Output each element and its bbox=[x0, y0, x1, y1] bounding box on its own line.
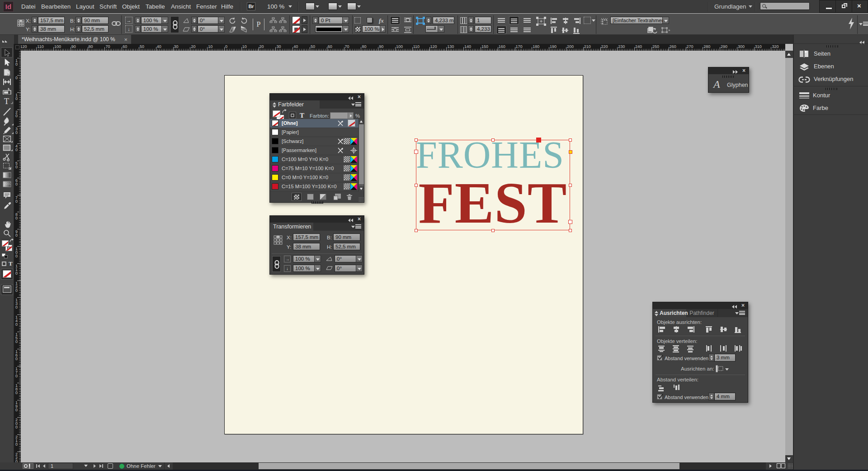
svg-text:T: T bbox=[4, 97, 9, 106]
